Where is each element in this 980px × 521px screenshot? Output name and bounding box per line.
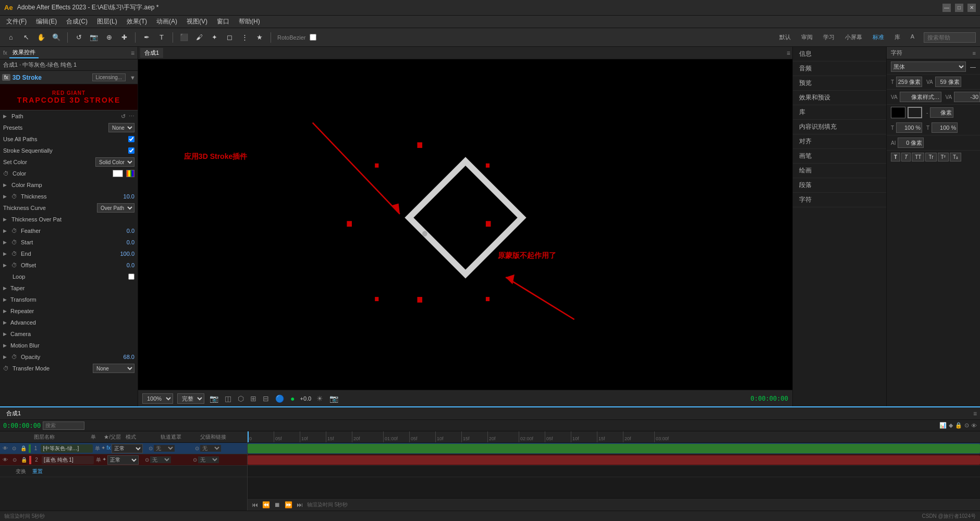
path-reset-icon[interactable]: ↺ bbox=[121, 113, 126, 120]
menu-help[interactable]: 帮助(H) bbox=[235, 16, 264, 27]
kern-input[interactable] bbox=[900, 92, 941, 102]
menu-layer[interactable]: 图层(L) bbox=[93, 16, 121, 27]
color-picker-icon[interactable] bbox=[126, 170, 134, 177]
unified-camera-tool[interactable]: 📷 bbox=[87, 31, 101, 44]
zoom-tool[interactable]: 🔍 bbox=[50, 31, 63, 44]
start-value[interactable]: 0.0 bbox=[114, 239, 134, 245]
panel-item-brush[interactable]: 画笔 bbox=[793, 149, 886, 164]
workspace-a[interactable]: A bbox=[908, 32, 917, 42]
layer-2-name[interactable]: [蓝色 纯色 1] bbox=[42, 456, 94, 464]
orbit-tool[interactable]: ⊕ bbox=[102, 31, 116, 44]
tl-btn-play[interactable]: ⏮ bbox=[252, 501, 258, 508]
snapshot-icon[interactable]: 📷 bbox=[209, 393, 219, 404]
color-ramp-arrow[interactable]: ▶ bbox=[3, 182, 8, 188]
feather-stopwatch[interactable]: ⏱ bbox=[11, 228, 18, 234]
render-icon[interactable]: 🔵 bbox=[274, 393, 285, 404]
leading-input[interactable] bbox=[954, 92, 980, 102]
layer-1-star-icon[interactable]: ✦ bbox=[101, 445, 105, 452]
workspace-small-screen[interactable]: 小屏幕 bbox=[842, 32, 865, 42]
transfer-stopwatch[interactable]: ⏱ bbox=[3, 365, 9, 371]
panel-item-audio[interactable]: 音频 bbox=[793, 61, 886, 76]
green-dot[interactable]: ● bbox=[289, 393, 296, 404]
roto-tool[interactable]: ⋮ bbox=[238, 31, 251, 44]
layer-1-fx-icon[interactable]: fx bbox=[106, 445, 111, 452]
select-tool[interactable]: ↖ bbox=[19, 31, 33, 44]
tc-btn-keyframe[interactable]: ◆ bbox=[949, 422, 953, 429]
format-superscript[interactable]: T² bbox=[938, 153, 949, 162]
rotate-tool[interactable]: ↺ bbox=[72, 31, 85, 44]
licensing-button[interactable]: Licensing... bbox=[92, 73, 126, 81]
workspace-standard[interactable]: 标准 bbox=[869, 32, 887, 42]
timeline-tab-comp[interactable]: 合成1 bbox=[3, 408, 24, 418]
tracking-input[interactable] bbox=[935, 77, 961, 87]
menu-window[interactable]: 窗口 bbox=[213, 16, 234, 27]
timeline-menu[interactable]: ≡ bbox=[973, 410, 977, 417]
thickness-curve-select[interactable]: Over Path bbox=[97, 203, 134, 213]
font-select[interactable]: 黑体 bbox=[891, 61, 966, 72]
tc-btn-graph[interactable]: 📊 bbox=[939, 422, 947, 429]
format-bold[interactable]: T bbox=[891, 153, 900, 162]
format-subscript[interactable]: T₂ bbox=[950, 153, 961, 162]
stopwatch-icon[interactable]: ⏱ bbox=[3, 170, 9, 177]
tl-btn-stop[interactable]: ⏹ bbox=[274, 501, 280, 508]
layer-2-mode-select[interactable]: 正常 bbox=[107, 455, 139, 465]
layer-2-eye[interactable]: 👁 bbox=[1, 456, 9, 464]
taper-section[interactable]: ▶ Taper bbox=[0, 282, 138, 294]
comp-tab-main[interactable]: 合成1 bbox=[140, 48, 163, 58]
timeline-search-input[interactable] bbox=[43, 421, 84, 430]
pan-tool[interactable]: ✚ bbox=[117, 31, 131, 44]
workspace-learn[interactable]: 学习 bbox=[820, 32, 838, 42]
stroke-width-input[interactable] bbox=[930, 107, 953, 118]
menu-edit[interactable]: 编辑(E) bbox=[32, 16, 61, 27]
font-size-input[interactable] bbox=[896, 77, 922, 87]
sublayer-reset-btn[interactable]: 重置 bbox=[32, 468, 43, 475]
comp-canvas[interactable]: 应用3D Stroke插件 原蒙版不起作用了 bbox=[138, 59, 792, 390]
presets-select[interactable]: None bbox=[108, 123, 134, 132]
tc-btn-lock[interactable]: 🔒 bbox=[955, 422, 962, 429]
offset-arrow[interactable]: ▶ bbox=[3, 263, 8, 268]
end-arrow[interactable]: ▶ bbox=[3, 251, 8, 256]
stroke-color-swatch[interactable] bbox=[908, 107, 922, 118]
opacity-value[interactable]: 68.0 bbox=[114, 354, 134, 360]
minimize-button[interactable]: — bbox=[942, 4, 951, 12]
panel-item-align[interactable]: 对齐 bbox=[793, 134, 886, 149]
repeater-section[interactable]: ▶ Repeater bbox=[0, 305, 138, 317]
tl-btn-next[interactable]: ⏩ bbox=[285, 501, 292, 508]
advanced-section[interactable]: ▶ Advanced bbox=[0, 317, 138, 328]
transparency-icon[interactable]: ⬡ bbox=[237, 393, 245, 404]
quality-select[interactable]: 完整 一半 bbox=[177, 393, 204, 404]
clone-tool[interactable]: ✦ bbox=[207, 31, 221, 44]
panel-item-effects-presets[interactable]: 效果和预设 bbox=[793, 91, 886, 105]
panel-item-character[interactable]: 字符 bbox=[793, 193, 886, 207]
panel-tab-effect-controls[interactable]: 效果控件 bbox=[9, 47, 39, 58]
workspace-library[interactable]: 库 bbox=[891, 32, 903, 42]
camera-icon[interactable]: 📷 bbox=[328, 393, 339, 404]
path-expand-icon[interactable]: ⋯ bbox=[129, 113, 134, 120]
char-panel-menu[interactable]: ≡ bbox=[973, 50, 976, 56]
camera-section[interactable]: ▶ Camera bbox=[0, 328, 138, 340]
workspace-default[interactable]: 默认 bbox=[776, 32, 794, 42]
layer-1-solo-icon[interactable]: 单 bbox=[95, 445, 100, 452]
hand-tool[interactable]: ✋ bbox=[34, 31, 48, 44]
puppet-tool[interactable]: ★ bbox=[253, 31, 266, 44]
baseline-input[interactable] bbox=[898, 138, 924, 148]
home-tool[interactable]: ⌂ bbox=[4, 31, 18, 44]
panel-item-paragraph[interactable]: 段落 bbox=[793, 178, 886, 193]
pen-tool[interactable]: ✒ bbox=[140, 31, 153, 44]
opacity-stopwatch[interactable]: ⏱ bbox=[11, 354, 18, 360]
loop-checkbox[interactable] bbox=[128, 274, 134, 280]
panel-item-library[interactable]: 库 bbox=[793, 105, 886, 120]
end-value[interactable]: 100.0 bbox=[114, 251, 134, 257]
set-color-select[interactable]: Solid Color bbox=[95, 157, 134, 167]
use-all-paths-checkbox[interactable] bbox=[128, 136, 134, 142]
layer-2-solo-icon[interactable]: 单 bbox=[96, 456, 101, 464]
layer-2-star-icon[interactable]: ✦ bbox=[102, 456, 106, 464]
panel-item-info[interactable]: 信息 bbox=[793, 47, 886, 61]
comp-tabs-menu[interactable]: ≡ bbox=[787, 49, 790, 57]
stroke-seq-checkbox[interactable] bbox=[128, 147, 134, 154]
layer-2-lock[interactable]: 🔒 bbox=[20, 456, 28, 464]
path-arrow[interactable]: ▶ bbox=[3, 114, 8, 119]
exposure-icon[interactable]: ☀ bbox=[315, 393, 324, 404]
guides-icon[interactable]: ⊟ bbox=[262, 393, 270, 404]
text-tool[interactable]: T bbox=[155, 31, 168, 44]
